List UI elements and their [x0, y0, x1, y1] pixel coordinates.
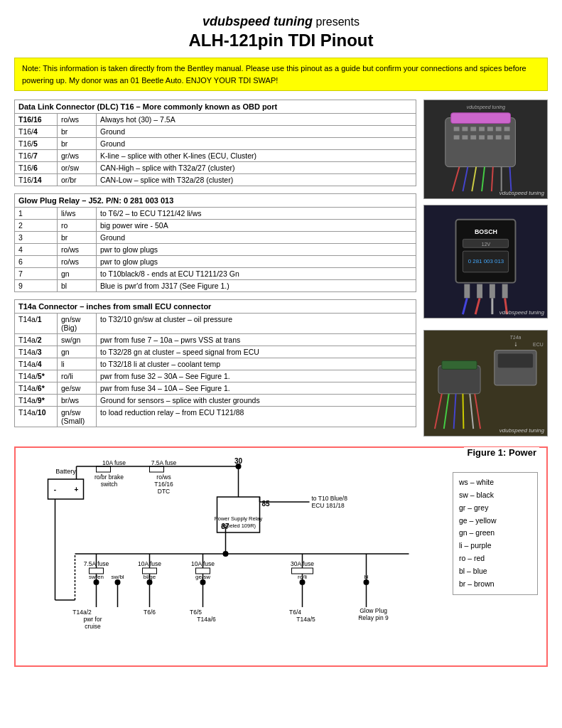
t14a-row-1-wire: gn/sw (Big): [58, 314, 97, 334]
svg-text:85: 85: [262, 500, 271, 508]
svg-text:(labeled 109R): (labeled 109R): [221, 523, 256, 529]
glow-row-2-pin: 2: [15, 220, 58, 232]
legend-ro-code: ro –: [459, 554, 474, 562]
t14a-row-3-desc: to T32/28 gn at cluster – speed signal f…: [97, 346, 416, 358]
glow-row-7-desc: Blue is pwr'd from J317 (See Figure 1.): [97, 280, 416, 292]
glow-row-3-pin: 3: [15, 232, 58, 244]
svg-text:T6/5: T6/5: [190, 609, 202, 616]
t14a-row-3-pin: T14a/3: [15, 346, 58, 358]
svg-text:0 281 003 013: 0 281 003 013: [468, 258, 504, 264]
svg-rect-61: [97, 466, 111, 472]
glow-row-6-desc: to T10black/8 - ends at ECU T1211/23 Gn: [97, 268, 416, 280]
glow-row-3-wire: br: [58, 232, 97, 244]
legend-bl-meaning: blue: [473, 567, 487, 575]
svg-text:BOSCH: BOSCH: [475, 228, 497, 235]
svg-rect-35: [502, 284, 508, 299]
page-title: ALH-121pin TDI Pinout: [14, 31, 548, 50]
dlc-row-3-pin: T16/5: [15, 138, 58, 150]
glow-table-header: Glow Plug Relay – J52. P/N: 0 281 003 01…: [15, 194, 416, 208]
svg-rect-11: [454, 135, 460, 139]
svg-rect-6: [470, 127, 476, 131]
svg-text:switch: switch: [101, 481, 118, 488]
left-column: Data Link Connector (DLC) T16 – More com…: [14, 100, 416, 437]
glow-row-3-desc: Ground: [97, 232, 416, 244]
svg-rect-16: [496, 135, 502, 139]
legend-bl-code: bl –: [459, 567, 473, 575]
svg-line-51: [463, 394, 463, 429]
svg-text:T6/6: T6/6: [144, 609, 156, 616]
svg-text:sw/en: sw/en: [89, 574, 104, 580]
svg-text:Relay pin 9: Relay pin 9: [358, 614, 389, 621]
svg-text:cruise: cruise: [85, 623, 101, 630]
svg-text:vdubspeed tuning: vdubspeed tuning: [467, 105, 505, 110]
t14a-row-7-wire: br/ws: [58, 395, 97, 407]
svg-rect-33: [477, 284, 482, 299]
t14a-row-5-desc: pwr from fuse 32 – 30A – See Figure 1.: [97, 370, 416, 382]
svg-text:T14a/2: T14a/2: [72, 609, 92, 616]
svg-text:+: +: [75, 486, 79, 493]
legend-gn-meaning: green: [475, 528, 495, 537]
glow-row-4-desc: pwr to glow plugs: [97, 244, 416, 256]
legend-br: br – brown: [459, 578, 531, 591]
glow-row-4-pin: 4: [15, 244, 58, 256]
dlc-table: Data Link Connector (DLC) T16 – More com…: [14, 100, 416, 186]
svg-point-112: [200, 579, 206, 585]
legend-gr: gr – grey: [459, 502, 531, 515]
svg-rect-101: [143, 568, 157, 574]
t14a-row-7-pin: T14a/9*: [15, 395, 58, 407]
svg-rect-9: [496, 127, 502, 131]
t14a-row-1-desc: to T32/10 gn/sw at cluster – oil pressur…: [97, 314, 416, 334]
dlc-row-1-wire: ro/ws: [58, 114, 97, 126]
dlc-row-2-pin: T16/4: [15, 126, 58, 138]
right-column: vdubspeed tuning: [423, 100, 548, 437]
glow-row-4-wire: ro/ws: [58, 244, 97, 256]
svg-rect-14: [479, 135, 485, 139]
legend-sw-meaning: black: [477, 491, 495, 499]
t14a-row-7-desc: Ground for sensors – splice with cluster…: [97, 395, 416, 407]
glow-row-6-wire: gn: [58, 268, 97, 280]
main-layout: Data Link Connector (DLC) T16 – More com…: [14, 100, 548, 437]
t14a-row-6-desc: pwr from fuse 34 – 10A – See Figure 1.: [97, 382, 416, 395]
svg-point-91: [94, 579, 99, 585]
photo-dlc-label: vdubspeed tuning: [499, 190, 544, 196]
note-text: Note: This information is taken directly…: [22, 64, 526, 85]
svg-text:-: -: [54, 486, 56, 493]
legend-ro: ro – red: [459, 552, 531, 565]
glow-row-5-pin: 6: [15, 256, 58, 268]
legend-gn-code: gn –: [459, 528, 475, 537]
circuit-diagram: Battery - + 10A fuse 7.5A fuse 30 ro/br …: [24, 458, 453, 657]
legend-li: li – purple: [459, 540, 531, 552]
svg-text:pwr for: pwr for: [84, 616, 102, 623]
svg-text:sw/bl: sw/bl: [111, 574, 124, 580]
legend-ge-meaning: yellow: [475, 516, 496, 525]
svg-text:10A fuse: 10A fuse: [102, 459, 126, 466]
page-header: vdubspeed tuning presents ALH-121pin TDI…: [14, 14, 548, 50]
t14a-row-4-wire: li: [58, 358, 97, 370]
svg-rect-8: [487, 127, 493, 131]
svg-text:10A fuse: 10A fuse: [138, 560, 161, 567]
svg-rect-88: [90, 568, 104, 574]
svg-text:30A fuse: 30A fuse: [291, 560, 314, 567]
photo-relay-label: vdubspeed tuning: [499, 309, 544, 316]
t14a-row-2-pin: T14a/2: [15, 334, 58, 346]
t14a-table: T14a Connector – inches from small ECU c…: [14, 299, 416, 427]
legend-ge-code: ge –: [459, 516, 475, 525]
svg-text:ECU 181/18: ECU 181/18: [312, 502, 345, 509]
brand-name: vdubspeed tuning: [202, 14, 313, 28]
glow-row-2-desc: big power wire - 50A: [97, 220, 416, 232]
svg-point-104: [147, 579, 153, 585]
glow-table: Glow Plug Relay – J52. P/N: 0 281 003 01…: [14, 193, 416, 292]
diagram-area: Battery - + 10A fuse 7.5A fuse 30 ro/br …: [24, 458, 538, 657]
dlc-row-5-wire: or/sw: [58, 162, 97, 174]
svg-rect-7: [479, 127, 485, 131]
dlc-row-2-desc: Ground: [97, 126, 416, 138]
svg-text:ro/br brake: ro/br brake: [94, 473, 124, 481]
svg-rect-4: [454, 127, 460, 131]
svg-rect-109: [196, 568, 210, 574]
photo-t14a-label: vdubspeed tuning: [499, 427, 544, 434]
svg-text:DTC: DTC: [158, 488, 170, 495]
t14a-row-6-pin: T14a/6*: [15, 382, 58, 395]
glow-row-6-pin: 7: [15, 268, 58, 280]
dlc-row-4-wire: gr/ws: [58, 150, 97, 162]
glow-row-1-wire: li/ws: [58, 208, 97, 220]
